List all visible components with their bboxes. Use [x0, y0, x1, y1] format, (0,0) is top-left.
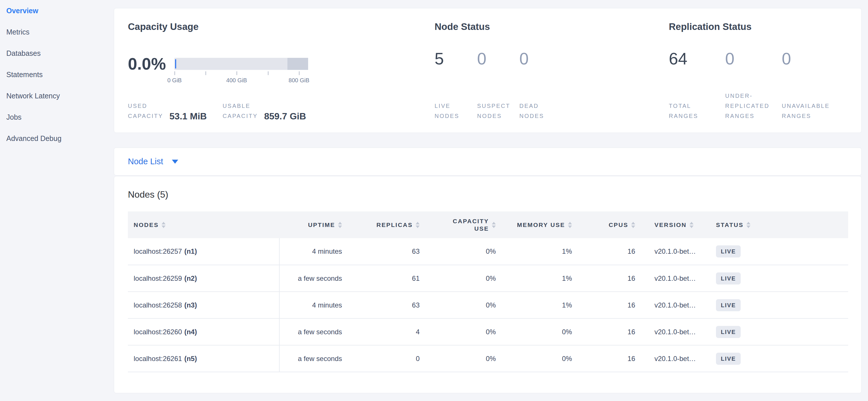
axis-label-0gib: 0 GiB: [167, 77, 182, 84]
sort-icon: [689, 222, 693, 228]
node-list-dropdown-label: Node List: [128, 157, 163, 166]
sort-icon: [746, 222, 750, 228]
usable-capacity-stat: USABLE CAPACITY 859.7 GiB: [222, 101, 306, 121]
dead-nodes-stat: 0 DEAD NODES: [519, 50, 577, 121]
capacity-use-cell: 0%: [426, 238, 502, 265]
under-replicated-value: 0: [725, 50, 782, 67]
status-badge: LIVE: [716, 246, 741, 257]
sidebar-item-advanced-debug[interactable]: Advanced Debug: [0, 128, 114, 149]
column-header-nodes[interactable]: NODES: [128, 211, 279, 238]
uptime-cell: a few seconds: [279, 318, 348, 345]
capacity-used-marker: [175, 59, 176, 68]
version-cell: v20.1.0-bet…: [642, 292, 709, 318]
capacity-use-cell: 0%: [426, 318, 502, 345]
memory-use-cell: 1%: [502, 265, 578, 292]
total-ranges-value: 64: [669, 50, 725, 67]
table-row[interactable]: localhost:26260(n4) a few seconds 4 0% 0…: [128, 318, 848, 345]
chevron-down-icon: [172, 160, 178, 164]
memory-use-cell: 1%: [502, 292, 578, 318]
column-header-capacity-use[interactable]: CAPACITY USE: [426, 211, 502, 238]
sidebar-item-jobs[interactable]: Jobs: [0, 107, 114, 128]
column-header-memory-use[interactable]: MEMORY USE: [502, 211, 578, 238]
replicas-cell: 61: [348, 265, 426, 292]
capacity-use-cell: 0%: [426, 345, 502, 372]
sidebar-item-network-latency[interactable]: Network Latency: [0, 85, 114, 107]
replication-status-title: Replication Status: [669, 21, 861, 32]
uptime-cell: a few seconds: [279, 345, 348, 372]
table-header-row: NODES UPTIME REPLICAS CAPACITY USE MEMOR…: [128, 211, 848, 238]
suspect-nodes-value: 0: [477, 50, 519, 67]
used-capacity-label: USED: [128, 101, 163, 111]
capacity-used-percent: 0.0%: [128, 56, 166, 72]
sort-icon: [568, 222, 572, 228]
node-address: localhost:26257: [134, 248, 182, 255]
sort-icon: [631, 222, 635, 228]
used-capacity-stat: USED CAPACITY 53.1 MiB: [128, 101, 207, 121]
sidebar-item-databases[interactable]: Databases: [0, 42, 114, 64]
cpus-cell: 16: [578, 265, 642, 292]
column-header-replicas[interactable]: REPLICAS: [348, 211, 426, 238]
sidebar: Overview Metrics Databases Statements Ne…: [0, 0, 114, 149]
node-address: localhost:26260: [134, 328, 182, 336]
version-cell: v20.1.0-bet…: [642, 345, 709, 372]
table-row[interactable]: localhost:26258(n3) 4 minutes 63 0% 1% 1…: [128, 292, 848, 318]
status-badge: LIVE: [716, 299, 741, 311]
uptime-cell: a few seconds: [279, 265, 348, 292]
nodes-table-card: Nodes (5) NODES UPTIME REPLICAS: [114, 176, 862, 393]
status-badge: LIVE: [716, 273, 741, 285]
node-name: (n2): [184, 275, 197, 282]
node-list-dropdown[interactable]: Node List: [128, 157, 178, 166]
live-nodes-stat: 5 LIVE NODES: [435, 50, 477, 121]
status-badge: LIVE: [716, 353, 741, 365]
uptime-cell: 4 minutes: [279, 238, 348, 265]
version-cell: v20.1.0-bet…: [642, 238, 709, 265]
suspect-nodes-stat: 0 SUSPECT NODES: [477, 50, 519, 121]
live-nodes-value: 5: [435, 50, 477, 67]
memory-use-cell: 0%: [502, 318, 578, 345]
status-badge: LIVE: [716, 326, 741, 338]
node-status-title: Node Status: [435, 21, 669, 32]
table-row[interactable]: localhost:26257(n1) 4 minutes 63 0% 1% 1…: [128, 238, 848, 265]
cpus-cell: 16: [578, 238, 642, 265]
version-cell: v20.1.0-bet…: [642, 318, 709, 345]
column-header-uptime[interactable]: UPTIME: [279, 211, 348, 238]
cpus-cell: 16: [578, 345, 642, 372]
replicas-cell: 4: [348, 318, 426, 345]
sort-icon: [338, 222, 342, 228]
usable-capacity-value: 859.7 GiB: [264, 111, 306, 121]
capacity-usage-bar-chart: 0 GiB 400 GiB 800 GiB: [175, 58, 308, 85]
node-name: (n5): [184, 355, 197, 363]
capacity-bar-tail: [287, 58, 308, 70]
column-header-version[interactable]: VERSION: [642, 211, 709, 238]
replicas-cell: 0: [348, 345, 426, 372]
sort-icon: [161, 222, 165, 228]
capacity-use-cell: 0%: [426, 292, 502, 318]
version-cell: v20.1.0-bet…: [642, 265, 709, 292]
sidebar-item-overview[interactable]: Overview: [0, 0, 114, 21]
sort-icon: [415, 222, 420, 228]
cluster-summary-card: Capacity Usage 0.0% 0 GiB 400 GiB: [114, 8, 862, 133]
usable-capacity-label: USABLE: [222, 101, 258, 111]
node-name: (n3): [184, 301, 197, 309]
column-header-cpus[interactable]: CPUS: [578, 211, 642, 238]
sidebar-item-statements[interactable]: Statements: [0, 64, 114, 85]
capacity-axis-labels: 0 GiB 400 GiB 800 GiB: [175, 77, 308, 85]
node-address: localhost:26259: [134, 275, 182, 282]
capacity-usage-title: Capacity Usage: [128, 21, 435, 32]
memory-use-cell: 0%: [502, 345, 578, 372]
node-name: (n4): [184, 328, 197, 336]
unavailable-ranges-value: 0: [782, 50, 845, 67]
table-row[interactable]: localhost:26261(n5) a few seconds 0 0% 0…: [128, 345, 848, 372]
node-status-section: Node Status 5 LIVE NODES 0 SUSPECT NODES…: [435, 8, 669, 133]
cpus-cell: 16: [578, 318, 642, 345]
column-header-status[interactable]: STATUS: [709, 211, 848, 238]
used-capacity-value: 53.1 MiB: [169, 111, 207, 121]
node-address: localhost:26258: [134, 301, 182, 309]
replication-status-section: Replication Status 64 TOTAL RANGES 0 UND…: [669, 8, 861, 133]
sidebar-item-metrics[interactable]: Metrics: [0, 21, 114, 42]
capacity-bar: [175, 58, 308, 70]
memory-use-cell: 1%: [502, 238, 578, 265]
view-selector-card: Node List: [114, 148, 862, 175]
table-row[interactable]: localhost:26259(n2) a few seconds 61 0% …: [128, 265, 848, 292]
axis-label-800gib: 800 GiB: [288, 77, 309, 84]
